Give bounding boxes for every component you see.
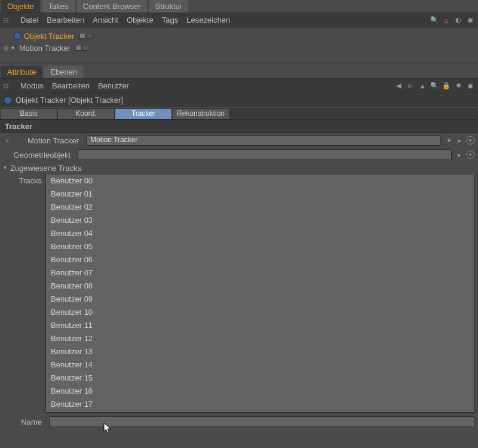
- visibility-toggle-icon[interactable]: [75, 45, 81, 51]
- home-icon[interactable]: ⌂: [442, 16, 451, 24]
- maximize-icon[interactable]: ▣: [466, 82, 474, 90]
- search-icon[interactable]: 🔍: [430, 82, 439, 90]
- tracks-list[interactable]: Benutzer 00Benutzer 01Benutzer 02Benutze…: [45, 174, 474, 413]
- menu-lesezeichen[interactable]: Lesezeichen: [186, 16, 230, 24]
- menu-bearbeiten[interactable]: Bearbeiten: [52, 81, 90, 90]
- back-icon[interactable]: ◀: [394, 82, 403, 90]
- attribute-menubar: Modus Bearbeiten Benutzer ◀ ▶ ▲ 🔍 🔒 ✹ ▣: [0, 79, 478, 93]
- track-item[interactable]: Benutzer 09: [46, 293, 474, 306]
- tracks-container: Tracks Benutzer 00Benutzer 01Benutzer 02…: [0, 174, 478, 413]
- tab-ebenen[interactable]: Ebenen: [44, 66, 83, 78]
- attribute-object-header: Objekt Tracker [Objekt Tracker]: [0, 93, 478, 108]
- search-icon[interactable]: 🔍: [430, 16, 439, 24]
- tree-row-motion-tracker[interactable]: ⊞ ✦ Motion Tracker: [4, 42, 474, 54]
- menu-modus[interactable]: Modus: [20, 81, 44, 90]
- maximize-icon[interactable]: ▣: [466, 16, 474, 24]
- arrow-right-icon[interactable]: ▸: [4, 136, 12, 145]
- name-input[interactable]: [49, 416, 474, 427]
- forward-icon[interactable]: ▶: [406, 82, 415, 90]
- menu-tags[interactable]: Tags: [162, 16, 178, 24]
- tab-objekte[interactable]: Objekte: [1, 0, 40, 13]
- track-item[interactable]: Benutzer 15: [46, 372, 474, 385]
- track-item[interactable]: Benutzer 18: [46, 411, 474, 413]
- visibility-toggle-icon[interactable]: [79, 33, 85, 39]
- attribute-subtabs: Basis Koord. Tracker Rekonstruktion: [0, 108, 478, 119]
- track-item[interactable]: Benutzer 03: [46, 214, 474, 227]
- track-item[interactable]: Benutzer 14: [46, 358, 474, 372]
- new-icon[interactable]: ✹: [454, 82, 462, 90]
- lock-icon[interactable]: 🔒: [442, 82, 451, 90]
- subtab-koord[interactable]: Koord.: [57, 108, 115, 119]
- tree-row-objekt-tracker[interactable]: Objekt Tracker: [4, 30, 474, 42]
- picker-icon[interactable]: [466, 136, 474, 145]
- tab-attribute[interactable]: Attribute: [1, 66, 42, 78]
- picker-icon[interactable]: [466, 151, 474, 159]
- track-item[interactable]: Benutzer 17: [46, 398, 474, 411]
- track-item[interactable]: Benutzer 10: [46, 306, 474, 319]
- track-item[interactable]: Benutzer 07: [46, 266, 474, 280]
- menu-benutzer[interactable]: Benutzer: [98, 81, 129, 90]
- attribute-tabbar: Attribute Ebenen: [0, 66, 478, 79]
- tab-struktur[interactable]: Struktur: [149, 0, 189, 13]
- menu-objekte[interactable]: Objekte: [127, 16, 154, 24]
- track-item[interactable]: Benutzer 04: [46, 227, 474, 240]
- eye-icon[interactable]: ◐: [454, 16, 462, 24]
- object-manager-tabbar: Objekte Takes Content Browser Struktur: [0, 0, 478, 13]
- track-item[interactable]: Benutzer 16: [46, 385, 474, 398]
- subtab-tracker[interactable]: Tracker: [115, 108, 172, 119]
- subtab-rekonstruktion[interactable]: Rekonstruktion: [172, 108, 229, 119]
- render-toggle-icon[interactable]: [82, 45, 88, 51]
- field-name: Name: [0, 413, 478, 431]
- sphere-icon: [13, 32, 22, 40]
- sphere-icon: [4, 96, 12, 105]
- menu-bearbeiten[interactable]: Bearbeiten: [47, 16, 84, 24]
- grip-icon[interactable]: [4, 18, 10, 23]
- track-item[interactable]: Benutzer 06: [46, 253, 474, 266]
- grip-icon[interactable]: [4, 84, 10, 88]
- tree-label: Motion Tracker: [19, 44, 71, 53]
- track-item[interactable]: Benutzer 00: [46, 174, 474, 188]
- arrow-right-icon[interactable]: ▸: [455, 136, 464, 145]
- menu-datei[interactable]: Datei: [20, 16, 38, 24]
- render-toggle-icon[interactable]: [87, 33, 93, 39]
- geometrie-input[interactable]: [78, 149, 452, 160]
- assigned-tracks-header[interactable]: ▼ Zugewiesene Tracks: [0, 162, 478, 174]
- tab-takes[interactable]: Takes: [42, 0, 75, 13]
- object-title: Objekt Tracker [Objekt Tracker]: [16, 96, 123, 105]
- section-title-tracker: Tracker: [0, 119, 478, 133]
- field-motion-tracker: ▸ Motion Tracker Motion Tracker ✦ ▸: [0, 133, 478, 148]
- tracks-label: Tracks: [0, 174, 45, 413]
- object-manager-menubar: Datei Bearbeiten Ansicht Objekte Tags Le…: [0, 13, 478, 27]
- menu-ansicht[interactable]: Ansicht: [93, 16, 118, 24]
- track-item[interactable]: Benutzer 08: [46, 280, 474, 293]
- track-item[interactable]: Benutzer 12: [46, 332, 474, 345]
- track-item[interactable]: Benutzer 13: [46, 345, 474, 358]
- field-label: Motion Tracker: [16, 136, 82, 145]
- link-icon[interactable]: ✦: [445, 136, 453, 145]
- motion-tracker-input[interactable]: Motion Tracker: [86, 135, 441, 146]
- track-item[interactable]: Benutzer 02: [46, 201, 474, 214]
- motion-tracker-icon: ✦: [8, 44, 17, 52]
- track-item[interactable]: Benutzer 01: [46, 188, 474, 201]
- tree-label: Objekt Tracker: [24, 32, 75, 41]
- field-geometrieobjekt: Geometrieobjekt ▸: [0, 148, 478, 162]
- track-item[interactable]: Benutzer 11: [46, 319, 474, 332]
- field-label: Geometrieobjekt: [4, 151, 74, 159]
- assigned-tracks-label: Zugewiesene Tracks: [10, 164, 81, 173]
- tab-content-browser[interactable]: Content Browser: [77, 0, 147, 13]
- subtab-basis[interactable]: Basis: [0, 108, 57, 119]
- up-icon[interactable]: ▲: [418, 82, 427, 90]
- arrow-right-icon[interactable]: ▸: [455, 151, 464, 159]
- field-label: Name: [4, 418, 45, 426]
- triangle-down-icon: ▼: [2, 165, 8, 171]
- track-item[interactable]: Benutzer 05: [46, 240, 474, 253]
- object-tree: Objekt Tracker ⊞ ✦ Motion Tracker: [0, 27, 478, 63]
